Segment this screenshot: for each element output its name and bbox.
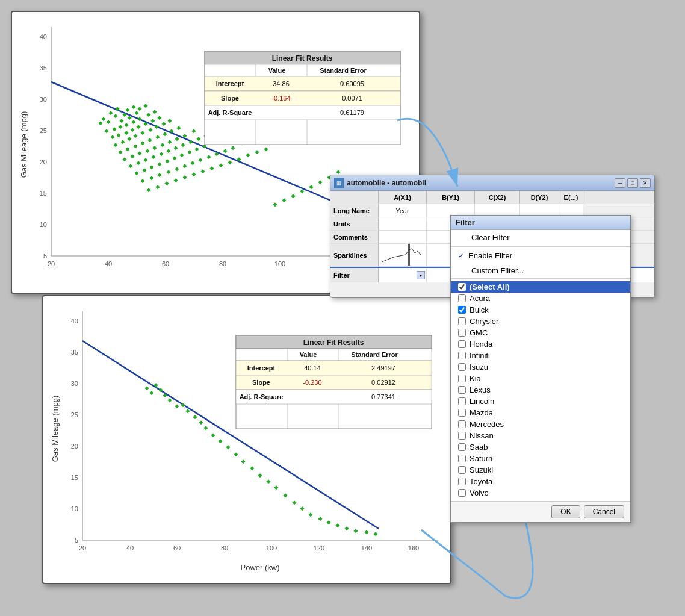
mazda-checkbox[interactable] [458, 409, 466, 417]
svg-rect-198 [250, 466, 254, 470]
svg-rect-126 [264, 147, 268, 151]
minimize-button[interactable]: ─ [615, 178, 625, 188]
brand-lincoln[interactable]: Lincoln [451, 396, 630, 407]
brand-gmc[interactable]: GMC [451, 327, 630, 338]
enable-filter-item[interactable]: ✓ Enable Filter [451, 248, 630, 263]
svg-text:5: 5 [43, 252, 47, 260]
saab-checkbox[interactable] [458, 443, 466, 451]
svg-rect-206 [318, 517, 322, 521]
cell-a-longname: Year [379, 204, 427, 217]
svg-rect-194 [218, 439, 222, 443]
brand-lexus[interactable]: Lexus [451, 384, 630, 396]
svg-text:40: 40 [71, 317, 78, 325]
close-button[interactable]: ✕ [640, 178, 651, 188]
svg-text:Intercept: Intercept [216, 80, 244, 87]
filter-popup: Filter Clear Filter ✓ Enable Filter Cust… [450, 215, 631, 523]
svg-rect-31 [137, 107, 141, 111]
filter-dropdown-button[interactable]: ▼ [417, 271, 425, 279]
restore-button[interactable]: □ [627, 178, 638, 188]
acura-checkbox[interactable] [458, 294, 466, 302]
svg-text:30: 30 [71, 380, 78, 387]
svg-text:Power (kw): Power (kw) [240, 563, 279, 572]
clear-filter-label: Clear Filter [471, 233, 510, 242]
svg-rect-63 [155, 135, 160, 139]
svg-text:Adj. R-Square: Adj. R-Square [208, 109, 252, 116]
svg-rect-119 [200, 169, 205, 173]
volvo-checkbox[interactable] [458, 489, 466, 497]
chrysler-checkbox[interactable] [458, 317, 466, 325]
cell-a-sparkline [379, 244, 427, 266]
kia-checkbox[interactable] [458, 375, 466, 382]
svg-rect-117 [182, 175, 187, 179]
select-all-checkbox[interactable] [458, 283, 466, 291]
svg-rect-28 [119, 119, 123, 123]
svg-rect-196 [234, 452, 238, 456]
svg-rect-22 [98, 121, 102, 125]
svg-text:0.0071: 0.0071 [342, 95, 362, 102]
brand-select-all[interactable]: (Select All) [451, 281, 630, 293]
infiniti-checkbox[interactable] [458, 352, 466, 359]
gmc-checkbox[interactable] [458, 329, 466, 337]
svg-rect-89 [142, 168, 146, 172]
svg-text:40.14: 40.14 [304, 364, 321, 372]
clear-filter-item[interactable]: Clear Filter [451, 230, 630, 245]
svg-text:160: 160 [408, 544, 419, 552]
svg-rect-45 [136, 125, 140, 129]
svg-rect-58 [118, 150, 122, 154]
filter-popup-footer: OK Cancel [451, 501, 630, 522]
svg-rect-86 [196, 137, 200, 141]
brand-kia[interactable]: Kia [451, 373, 630, 384]
svg-rect-84 [181, 143, 185, 147]
svg-rect-49 [113, 143, 117, 147]
brand-chrysler[interactable]: Chrysler [451, 316, 630, 327]
svg-rect-144 [205, 64, 400, 76]
svg-text:Standard Error: Standard Error [320, 67, 367, 74]
lincoln-checkbox[interactable] [458, 397, 466, 405]
brand-toyota[interactable]: Toyota [451, 476, 630, 487]
filter-cell-a[interactable]: ▼ [379, 268, 427, 282]
svg-rect-50 [120, 140, 125, 144]
svg-text:0.02912: 0.02912 [371, 379, 395, 386]
mercedes-checkbox[interactable] [458, 420, 466, 428]
svg-rect-57 [167, 119, 172, 123]
svg-text:5: 5 [75, 537, 78, 544]
brand-acura[interactable]: Acura [451, 293, 630, 304]
cancel-button[interactable]: Cancel [584, 505, 624, 518]
brand-saab[interactable]: Saab [451, 441, 630, 453]
brand-honda[interactable]: Honda [451, 338, 630, 350]
toyota-checkbox[interactable] [458, 478, 466, 485]
buick-checkbox[interactable] [458, 306, 466, 314]
brand-mercedes[interactable]: Mercedes [451, 418, 630, 430]
brand-mazda[interactable]: Mazda [451, 407, 630, 418]
brand-nissan[interactable]: Nissan [451, 430, 630, 441]
brand-buick[interactable]: Buick [451, 304, 630, 316]
honda-checkbox[interactable] [458, 340, 466, 348]
svg-rect-80 [151, 155, 155, 159]
cell-a-comments [379, 231, 427, 243]
svg-text:15: 15 [40, 190, 47, 197]
svg-rect-53 [140, 131, 144, 135]
svg-rect-78 [136, 161, 140, 165]
svg-rect-93 [172, 156, 176, 160]
brand-suzuki[interactable]: Suzuki [451, 464, 630, 476]
svg-rect-82 [166, 149, 170, 153]
svg-rect-125 [255, 150, 259, 154]
suzuki-checkbox[interactable] [458, 466, 466, 474]
svg-rect-132 [318, 180, 322, 184]
brand-infiniti[interactable]: Infiniti [451, 350, 630, 361]
custom-filter-item[interactable]: Custom Filter... [451, 263, 630, 278]
saturn-checkbox[interactable] [458, 455, 466, 462]
svg-rect-94 [179, 153, 184, 157]
col-header-a: A(X1) [379, 191, 427, 204]
brand-volvo[interactable]: Volvo [451, 487, 630, 499]
nissan-checkbox[interactable] [458, 432, 466, 440]
brand-isuzu[interactable]: Isuzu [451, 361, 630, 373]
column-headers: A(X1) B(Y1) C(X2) D(Y2) E(...) [330, 191, 654, 204]
ok-button[interactable]: OK [551, 505, 580, 518]
brand-saturn[interactable]: Saturn [451, 453, 630, 464]
lexus-checkbox[interactable] [458, 386, 466, 394]
svg-rect-54 [148, 128, 152, 132]
svg-text:Gas Mileage (mpg): Gas Mileage (mpg) [51, 396, 60, 462]
isuzu-checkbox[interactable] [458, 363, 466, 371]
svg-rect-24 [113, 114, 117, 118]
